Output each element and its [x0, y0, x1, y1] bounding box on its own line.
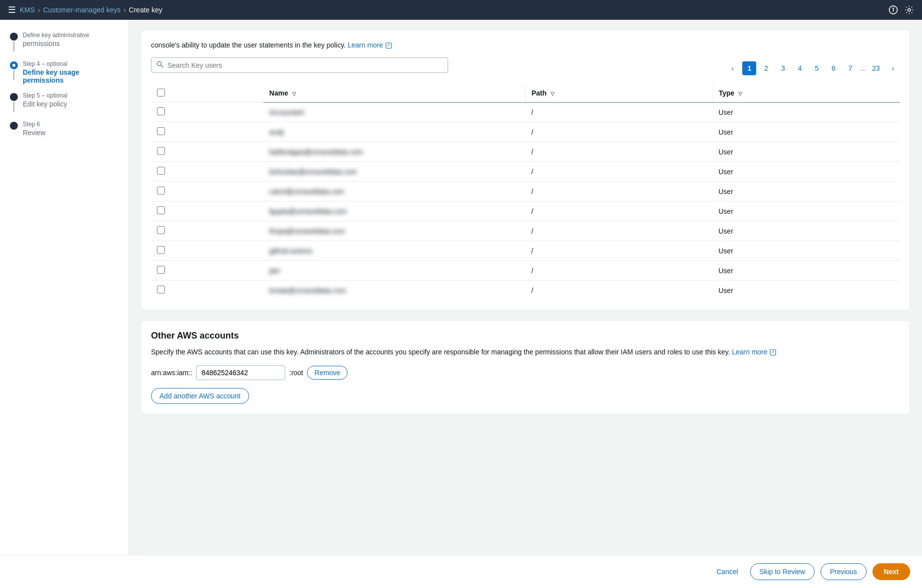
breadcrumb-sep-2: › [123, 6, 126, 14]
other-accounts-description: Specify the AWS accounts that can use th… [151, 347, 900, 357]
table-row: github-actions / User [151, 241, 900, 261]
svg-point-2 [893, 8, 893, 8]
row-type-value: User [718, 188, 733, 196]
page-23-btn[interactable]: 23 [869, 61, 883, 75]
row-path-value: / [531, 128, 533, 136]
external-link-icon-top [386, 43, 392, 49]
row-name-cell: kmala@unraveldata.com [263, 281, 525, 300]
row-checkbox-1[interactable] [157, 127, 165, 135]
row-checkbox-6[interactable] [157, 226, 165, 234]
row-path-value: / [531, 247, 533, 255]
row-name-value: jian [269, 267, 280, 275]
row-checkbox-4[interactable] [157, 187, 165, 195]
step-4-label: Step 4 – optional [23, 60, 118, 67]
row-path-cell: / [525, 241, 713, 261]
page-5-btn[interactable]: 5 [810, 61, 823, 75]
search-input[interactable] [167, 61, 443, 69]
step-3-dot [10, 33, 18, 41]
row-path-value: / [531, 207, 533, 215]
pagination-next[interactable]: › [886, 61, 900, 75]
row-checkbox-cell [151, 102, 263, 122]
row-checkbox-cell [151, 221, 263, 241]
step-5-dot [10, 93, 18, 101]
row-path-value: / [531, 188, 533, 196]
row-name-value: andy [269, 128, 284, 136]
row-type-value: User [718, 168, 733, 176]
arn-account-input[interactable] [196, 365, 285, 380]
row-type-cell: User [713, 221, 900, 241]
row-name-value: github-actions [269, 247, 312, 255]
pagination-prev[interactable]: ‹ [725, 61, 739, 75]
row-path-value: / [531, 148, 533, 156]
table-row: jian / User [151, 261, 900, 281]
row-checkbox-cell [151, 162, 263, 182]
page-6-btn[interactable]: 6 [826, 61, 840, 75]
row-path-cell: / [525, 182, 713, 201]
row-type-value: User [718, 227, 733, 235]
row-path-value: / [531, 227, 533, 235]
sidebar-step-3: Define key administrative permissions [0, 28, 128, 56]
name-sort-icon: ▽ [292, 91, 296, 97]
row-name-value: Accountant [269, 108, 304, 116]
row-type-cell: User [713, 122, 900, 142]
table-row: babkclappa@unraveldata.com / User [151, 142, 900, 162]
row-type-value: User [718, 267, 733, 275]
page-2-btn[interactable]: 2 [759, 61, 773, 75]
row-name-value: kmala@unraveldata.com [269, 287, 346, 294]
row-name-value: caluri@unraveldata.com [269, 188, 344, 196]
th-path: Path ▽ [525, 85, 713, 102]
table-row: fgupta@unraveldata.com / User [151, 201, 900, 221]
row-path-value: / [531, 108, 533, 116]
breadcrumb-customer-managed-keys[interactable]: Customer-managed keys [43, 6, 120, 14]
learn-more-link-top[interactable]: Learn more [348, 40, 392, 50]
th-select-all [151, 85, 263, 102]
row-path-cell: / [525, 281, 713, 300]
hamburger-icon[interactable]: ☰ [8, 4, 16, 15]
row-checkbox-7[interactable] [157, 246, 165, 254]
row-path-cell: / [525, 102, 713, 122]
row-checkbox-cell [151, 142, 263, 162]
previous-button[interactable]: Previous [820, 563, 866, 580]
row-type-cell: User [713, 182, 900, 201]
step-3-label: Define key administrative [23, 32, 118, 39]
page-1-btn[interactable]: 1 [742, 61, 756, 75]
breadcrumb-kms[interactable]: KMS [20, 6, 35, 14]
search-icon [156, 61, 163, 69]
th-name: Name ▽ [263, 85, 525, 102]
page-7-btn[interactable]: 7 [843, 61, 857, 75]
svg-point-4 [157, 61, 161, 65]
external-link-icon-accounts [770, 349, 776, 355]
row-checkbox-0[interactable] [157, 107, 165, 115]
row-path-cell: / [525, 142, 713, 162]
page-4-btn[interactable]: 4 [793, 61, 807, 75]
page-3-btn[interactable]: 3 [776, 61, 790, 75]
step-6-title: Review [23, 129, 118, 137]
row-checkbox-5[interactable] [157, 206, 165, 214]
step-4-dot [10, 61, 18, 69]
info-icon[interactable] [888, 5, 898, 15]
row-checkbox-2[interactable] [157, 147, 165, 155]
row-name-cell: babkclappa@unraveldata.com [263, 142, 525, 162]
search-pagination-row: ‹ 1 2 3 4 5 6 7 ... 23 › [151, 57, 900, 79]
row-name-cell: Accountant [263, 102, 525, 122]
next-button[interactable]: Next [872, 563, 910, 580]
skip-to-review-button[interactable]: Skip to Review [750, 563, 815, 580]
search-bar[interactable] [151, 57, 448, 73]
add-account-button[interactable]: Add another AWS account [151, 388, 249, 404]
row-name-cell: firopa@unraveldata.com [263, 221, 525, 241]
row-path-cell: / [525, 221, 713, 241]
cancel-button[interactable]: Cancel [711, 564, 744, 580]
select-all-checkbox[interactable] [157, 89, 165, 97]
key-users-description: console's ability to update the user sta… [151, 40, 900, 50]
settings-icon[interactable] [904, 5, 914, 15]
row-name-cell: github-actions [263, 241, 525, 261]
arn-suffix-label: :root [289, 369, 303, 377]
row-checkbox-9[interactable] [157, 286, 165, 294]
row-checkbox-3[interactable] [157, 167, 165, 175]
row-checkbox-8[interactable] [157, 266, 165, 274]
remove-account-button[interactable]: Remove [307, 366, 348, 380]
row-path-cell: / [525, 261, 713, 281]
table-row: bohuslaw@unraveldata.com / User [151, 162, 900, 182]
learn-more-link-accounts[interactable]: Learn more [732, 347, 776, 357]
step-6-label: Step 6 [23, 121, 118, 128]
